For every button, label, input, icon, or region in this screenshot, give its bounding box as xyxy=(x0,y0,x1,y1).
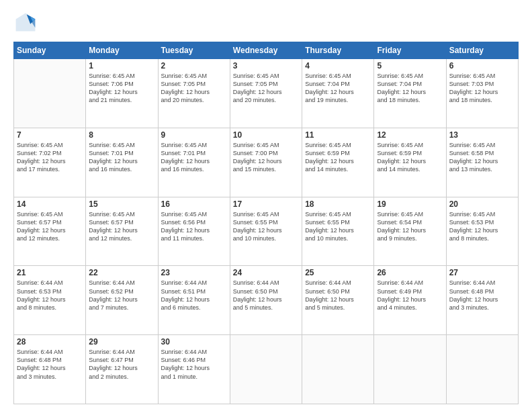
day-info: Sunrise: 6:44 AM Sunset: 6:50 PM Dayligh… xyxy=(305,279,371,312)
calendar-cell: 4Sunrise: 6:45 AM Sunset: 7:04 PM Daylig… xyxy=(302,59,374,128)
calendar-cell: 27Sunrise: 6:44 AM Sunset: 6:48 PM Dayli… xyxy=(446,266,518,335)
day-number: 14 xyxy=(17,199,83,209)
day-info: Sunrise: 6:44 AM Sunset: 6:50 PM Dayligh… xyxy=(233,279,299,312)
calendar-cell: 16Sunrise: 6:45 AM Sunset: 6:56 PM Dayli… xyxy=(158,197,230,266)
calendar-cell: 23Sunrise: 6:44 AM Sunset: 6:51 PM Dayli… xyxy=(158,266,230,335)
day-info: Sunrise: 6:45 AM Sunset: 7:03 PM Dayligh… xyxy=(449,72,515,105)
day-info: Sunrise: 6:45 AM Sunset: 7:01 PM Dayligh… xyxy=(89,141,154,174)
day-info: Sunrise: 6:44 AM Sunset: 6:47 PM Dayligh… xyxy=(89,348,154,381)
day-number: 4 xyxy=(305,61,371,71)
weekday-header-tuesday: Tuesday xyxy=(158,42,230,59)
calendar-cell: 30Sunrise: 6:44 AM Sunset: 6:46 PM Dayli… xyxy=(158,335,230,404)
day-info: Sunrise: 6:45 AM Sunset: 7:01 PM Dayligh… xyxy=(161,141,227,174)
day-number: 3 xyxy=(233,61,299,71)
calendar-cell: 19Sunrise: 6:45 AM Sunset: 6:54 PM Dayli… xyxy=(374,197,446,266)
day-number: 5 xyxy=(377,61,443,71)
weekday-header-friday: Friday xyxy=(374,42,446,59)
calendar-cell xyxy=(374,335,446,404)
day-number: 21 xyxy=(17,268,83,277)
calendar-cell: 18Sunrise: 6:45 AM Sunset: 6:55 PM Dayli… xyxy=(302,197,374,266)
day-number: 10 xyxy=(233,130,299,140)
weekday-header-saturday: Saturday xyxy=(446,42,518,59)
calendar-cell: 15Sunrise: 6:45 AM Sunset: 6:57 PM Dayli… xyxy=(86,197,158,266)
day-info: Sunrise: 6:45 AM Sunset: 7:02 PM Dayligh… xyxy=(17,141,83,174)
day-number: 16 xyxy=(161,199,227,209)
day-number: 12 xyxy=(377,130,443,140)
day-number: 30 xyxy=(161,337,227,347)
day-info: Sunrise: 6:45 AM Sunset: 6:57 PM Dayligh… xyxy=(17,210,83,243)
page: SundayMondayTuesdayWednesdayThursdayFrid… xyxy=(0,0,532,411)
day-number: 7 xyxy=(17,130,83,140)
day-info: Sunrise: 6:44 AM Sunset: 6:48 PM Dayligh… xyxy=(17,348,83,381)
calendar-cell: 22Sunrise: 6:44 AM Sunset: 6:52 PM Dayli… xyxy=(86,266,158,335)
calendar-cell: 20Sunrise: 6:45 AM Sunset: 6:53 PM Dayli… xyxy=(446,197,518,266)
day-number: 20 xyxy=(449,199,515,209)
day-info: Sunrise: 6:45 AM Sunset: 6:57 PM Dayligh… xyxy=(89,210,154,243)
day-info: Sunrise: 6:45 AM Sunset: 7:04 PM Dayligh… xyxy=(305,72,371,105)
week-row-2: 7Sunrise: 6:45 AM Sunset: 7:02 PM Daylig… xyxy=(14,128,519,197)
calendar-cell: 9Sunrise: 6:45 AM Sunset: 7:01 PM Daylig… xyxy=(158,128,230,197)
weekday-header-thursday: Thursday xyxy=(302,42,374,59)
day-info: Sunrise: 6:44 AM Sunset: 6:52 PM Dayligh… xyxy=(89,279,154,312)
day-info: Sunrise: 6:45 AM Sunset: 7:04 PM Dayligh… xyxy=(377,72,443,105)
calendar-cell: 5Sunrise: 6:45 AM Sunset: 7:04 PM Daylig… xyxy=(374,59,446,128)
weekday-header-row: SundayMondayTuesdayWednesdayThursdayFrid… xyxy=(14,42,519,59)
logo-icon xyxy=(13,11,38,35)
calendar-table: SundayMondayTuesdayWednesdayThursdayFrid… xyxy=(13,42,519,404)
day-number: 22 xyxy=(89,268,154,277)
calendar-cell: 14Sunrise: 6:45 AM Sunset: 6:57 PM Dayli… xyxy=(14,197,86,266)
weekday-header-wednesday: Wednesday xyxy=(230,42,302,59)
day-number: 6 xyxy=(449,61,515,71)
day-info: Sunrise: 6:45 AM Sunset: 6:55 PM Dayligh… xyxy=(305,210,371,243)
day-number: 24 xyxy=(233,268,299,277)
header xyxy=(13,11,519,35)
calendar-cell: 29Sunrise: 6:44 AM Sunset: 6:47 PM Dayli… xyxy=(86,335,158,404)
day-info: Sunrise: 6:45 AM Sunset: 7:06 PM Dayligh… xyxy=(89,72,154,105)
day-info: Sunrise: 6:45 AM Sunset: 6:56 PM Dayligh… xyxy=(161,210,227,243)
day-info: Sunrise: 6:44 AM Sunset: 6:51 PM Dayligh… xyxy=(161,279,227,312)
week-row-1: 1Sunrise: 6:45 AM Sunset: 7:06 PM Daylig… xyxy=(14,59,519,128)
day-info: Sunrise: 6:45 AM Sunset: 7:05 PM Dayligh… xyxy=(233,72,299,105)
calendar-cell xyxy=(230,335,302,404)
calendar-cell: 13Sunrise: 6:45 AM Sunset: 6:58 PM Dayli… xyxy=(446,128,518,197)
day-number: 26 xyxy=(377,268,443,277)
calendar-cell: 17Sunrise: 6:45 AM Sunset: 6:55 PM Dayli… xyxy=(230,197,302,266)
day-number: 23 xyxy=(161,268,227,277)
day-info: Sunrise: 6:45 AM Sunset: 6:54 PM Dayligh… xyxy=(377,210,443,243)
day-number: 25 xyxy=(305,268,371,277)
day-number: 18 xyxy=(305,199,371,209)
calendar-cell: 12Sunrise: 6:45 AM Sunset: 6:59 PM Dayli… xyxy=(374,128,446,197)
day-number: 9 xyxy=(161,130,227,140)
calendar-cell: 8Sunrise: 6:45 AM Sunset: 7:01 PM Daylig… xyxy=(86,128,158,197)
calendar-cell: 28Sunrise: 6:44 AM Sunset: 6:48 PM Dayli… xyxy=(14,335,86,404)
day-info: Sunrise: 6:45 AM Sunset: 6:59 PM Dayligh… xyxy=(305,141,371,174)
day-info: Sunrise: 6:45 AM Sunset: 6:59 PM Dayligh… xyxy=(377,141,443,174)
day-info: Sunrise: 6:44 AM Sunset: 6:53 PM Dayligh… xyxy=(17,279,83,312)
day-info: Sunrise: 6:45 AM Sunset: 6:58 PM Dayligh… xyxy=(449,141,515,174)
calendar-cell: 26Sunrise: 6:44 AM Sunset: 6:49 PM Dayli… xyxy=(374,266,446,335)
day-number: 11 xyxy=(305,130,371,140)
day-info: Sunrise: 6:44 AM Sunset: 6:46 PM Dayligh… xyxy=(161,348,227,381)
calendar-cell xyxy=(446,335,518,404)
day-info: Sunrise: 6:44 AM Sunset: 6:48 PM Dayligh… xyxy=(449,279,515,312)
weekday-header-monday: Monday xyxy=(86,42,158,59)
day-number: 19 xyxy=(377,199,443,209)
weekday-header-sunday: Sunday xyxy=(14,42,86,59)
calendar-cell: 10Sunrise: 6:45 AM Sunset: 7:00 PM Dayli… xyxy=(230,128,302,197)
day-number: 15 xyxy=(89,199,154,209)
calendar-cell: 24Sunrise: 6:44 AM Sunset: 6:50 PM Dayli… xyxy=(230,266,302,335)
day-number: 13 xyxy=(449,130,515,140)
day-info: Sunrise: 6:45 AM Sunset: 7:05 PM Dayligh… xyxy=(161,72,227,105)
day-number: 1 xyxy=(89,61,154,71)
calendar-cell: 2Sunrise: 6:45 AM Sunset: 7:05 PM Daylig… xyxy=(158,59,230,128)
week-row-3: 14Sunrise: 6:45 AM Sunset: 6:57 PM Dayli… xyxy=(14,197,519,266)
day-number: 8 xyxy=(89,130,154,140)
day-info: Sunrise: 6:45 AM Sunset: 7:00 PM Dayligh… xyxy=(233,141,299,174)
week-row-4: 21Sunrise: 6:44 AM Sunset: 6:53 PM Dayli… xyxy=(14,266,519,335)
calendar-cell: 21Sunrise: 6:44 AM Sunset: 6:53 PM Dayli… xyxy=(14,266,86,335)
calendar-cell: 1Sunrise: 6:45 AM Sunset: 7:06 PM Daylig… xyxy=(86,59,158,128)
day-info: Sunrise: 6:45 AM Sunset: 6:53 PM Dayligh… xyxy=(449,210,515,243)
week-row-5: 28Sunrise: 6:44 AM Sunset: 6:48 PM Dayli… xyxy=(14,335,519,404)
logo xyxy=(13,11,40,35)
calendar-cell: 6Sunrise: 6:45 AM Sunset: 7:03 PM Daylig… xyxy=(446,59,518,128)
